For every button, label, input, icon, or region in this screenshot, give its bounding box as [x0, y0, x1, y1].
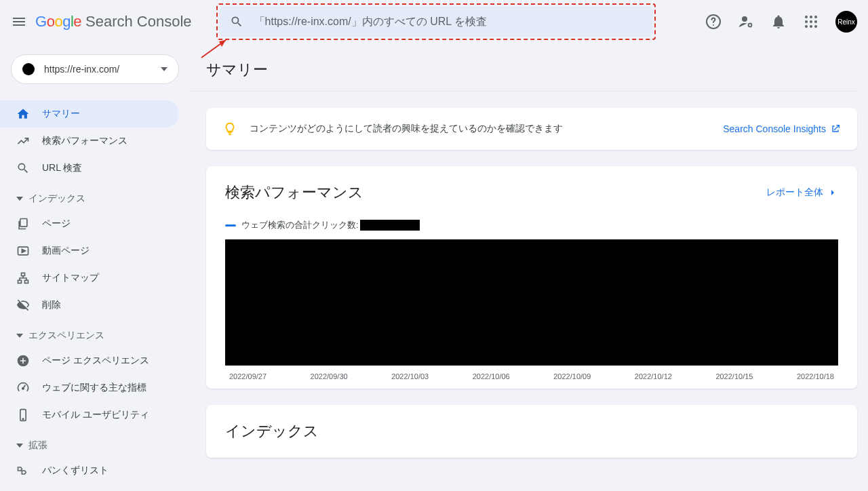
full-report-label: レポート全体 [766, 186, 823, 199]
account-avatar[interactable]: Reinx [835, 11, 857, 33]
full-report-link[interactable]: レポート全体 [766, 186, 838, 199]
sidebar-item-page-experience[interactable]: ページ エクスペリエンス [0, 347, 179, 374]
help-icon[interactable] [705, 14, 722, 30]
insights-link-label: Search Console Insights [723, 123, 826, 134]
sidebar-label: ページ エクスペリエンス [42, 355, 149, 367]
notifications-icon[interactable] [770, 14, 787, 30]
legend-marker-icon [225, 224, 236, 227]
product-name: Search Console [85, 13, 192, 31]
chart-x-axis: 2022/09/27 2022/09/30 2022/10/03 2022/10… [225, 366, 838, 380]
plus-circle-icon [16, 354, 30, 368]
svg-point-4 [742, 16, 747, 22]
svg-point-23 [22, 418, 24, 420]
x-tick: 2022/09/27 [229, 372, 267, 380]
sidebar-item-sitemap[interactable]: サイトマップ [0, 264, 179, 292]
open-in-new-icon [830, 123, 841, 134]
visibility-off-icon [16, 298, 30, 312]
x-tick: 2022/09/30 [311, 372, 348, 380]
performance-title: 検索パフォーマンス [225, 182, 363, 203]
svg-point-10 [810, 20, 812, 23]
sidebar-item-core-web-vitals[interactable]: ウェブに関する主な指標 [0, 374, 179, 401]
dropdown-caret-icon [161, 67, 167, 71]
insights-text: コンテンツがどのようにして読者の興味を捉えているのかを確認できます [250, 123, 723, 135]
pages-icon [16, 217, 30, 231]
sidebar-label: 削除 [42, 299, 61, 311]
sidebar: https://re-inx.com/ サマリー 検索パフォーマンス URL 検… [0, 43, 190, 491]
sidebar-label: サイトマップ [42, 272, 99, 284]
svg-point-14 [814, 25, 817, 28]
sitemap-icon [16, 271, 30, 285]
x-tick: 2022/10/12 [635, 372, 672, 380]
google-logo-text: Google [35, 13, 81, 31]
sidebar-label: ウェブに関する主な指標 [42, 382, 146, 394]
page-title: サマリー [190, 43, 857, 92]
caret-down-icon [16, 197, 23, 201]
sidebar-section-enhancements[interactable]: 拡張 [0, 429, 190, 457]
svg-rect-18 [18, 280, 22, 283]
performance-card-header: 検索パフォーマンス レポート全体 [225, 182, 838, 203]
property-selector[interactable]: https://re-inx.com/ [11, 54, 179, 84]
chart-legend: ウェブ検索の合計クリック数: [225, 219, 838, 231]
main-content: サマリー コンテンツがどのようにして読者の興味を捉えているのかを確認できます S… [190, 43, 868, 491]
caret-down-icon [16, 334, 23, 338]
svg-point-3 [713, 24, 714, 26]
sidebar-item-breadcrumbs[interactable]: パンくずリスト [0, 457, 179, 484]
sidebar-section-label: エクスペリエンス [28, 330, 104, 342]
svg-rect-17 [22, 273, 25, 276]
insights-card: コンテンツがどのようにして読者の興味を捉えているのかを確認できます Search… [206, 108, 857, 150]
svg-rect-15 [20, 219, 27, 227]
header-actions: Reinx [673, 11, 857, 33]
sidebar-section-label: 拡張 [28, 439, 47, 452]
insights-link[interactable]: Search Console Insights [723, 123, 841, 134]
legend-label: ウェブ検索の合計クリック数: [241, 219, 359, 231]
sidebar-section-index[interactable]: インデックス [0, 182, 190, 210]
svg-marker-1 [219, 40, 226, 47]
sidebar-item-removals[interactable]: 削除 [0, 292, 179, 319]
svg-point-5 [749, 24, 752, 27]
sidebar-item-pages[interactable]: ページ [0, 210, 179, 237]
user-settings-icon[interactable] [738, 14, 754, 30]
sidebar-item-url-inspect[interactable]: URL 検査 [0, 155, 179, 182]
phone-icon [16, 408, 30, 422]
video-icon [16, 244, 30, 258]
sidebar-label: URL 検査 [42, 162, 82, 174]
hamburger-menu-icon[interactable] [11, 14, 27, 30]
svg-point-21 [22, 388, 24, 390]
property-url-label: https://re-inx.com/ [44, 64, 161, 75]
index-card-title: インデックス [225, 421, 838, 441]
annotation-arrow-icon [200, 39, 229, 59]
sidebar-label: 検索パフォーマンス [42, 135, 127, 147]
apps-grid-icon[interactable] [803, 14, 819, 30]
search-icon [230, 15, 243, 28]
site-favicon-icon [22, 63, 35, 75]
url-inspect-search-wrap [219, 6, 653, 37]
product-logo[interactable]: Google Search Console [35, 13, 192, 31]
svg-point-11 [814, 20, 817, 23]
app-header: Google Search Console Reinx [0, 0, 868, 43]
url-inspect-input[interactable] [254, 16, 642, 28]
x-tick: 2022/10/03 [391, 372, 429, 380]
sidebar-section-experience[interactable]: エクスペリエンス [0, 319, 190, 347]
sidebar-section-label: インデックス [28, 193, 85, 205]
sidebar-item-mobile-usability[interactable]: モバイル ユーザビリティ [0, 401, 179, 429]
sidebar-label: 動画ページ [42, 245, 90, 257]
sidebar-label: パンくずリスト [42, 465, 108, 477]
search-icon [16, 161, 30, 175]
lightbulb-icon [222, 121, 237, 136]
x-tick: 2022/10/09 [553, 372, 591, 380]
svg-point-6 [805, 16, 808, 18]
speed-icon [16, 381, 30, 395]
svg-point-8 [814, 16, 817, 18]
performance-chart[interactable] [225, 239, 838, 366]
sidebar-item-summary[interactable]: サマリー [0, 100, 179, 127]
url-inspect-search-bar[interactable] [219, 6, 653, 37]
sidebar-label: サマリー [42, 108, 80, 120]
x-tick: 2022/10/18 [797, 372, 834, 380]
svg-rect-19 [25, 280, 28, 283]
svg-point-7 [810, 16, 812, 18]
svg-point-13 [810, 25, 812, 28]
sidebar-item-performance[interactable]: 検索パフォーマンス [0, 127, 179, 155]
svg-point-9 [805, 20, 808, 23]
sidebar-label: モバイル ユーザビリティ [42, 409, 149, 421]
sidebar-item-video-pages[interactable]: 動画ページ [0, 237, 179, 264]
